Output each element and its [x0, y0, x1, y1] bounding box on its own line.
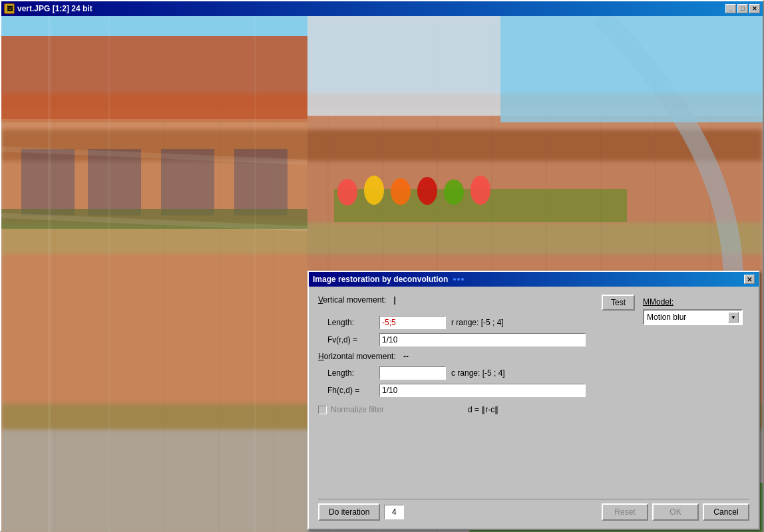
model-value: Motion blur — [647, 313, 686, 322]
minimize-button[interactable]: _ — [725, 4, 736, 13]
svg-point-15 — [391, 178, 411, 205]
fh-input[interactable] — [379, 384, 586, 397]
dialog-close-button[interactable]: ✕ — [744, 275, 755, 284]
ok-button[interactable]: OK — [652, 503, 699, 521]
normalize-label: Normalize filter — [331, 405, 384, 414]
do-iteration-button[interactable]: Do iteration — [318, 503, 380, 521]
fh-label: Fh(c,d) = — [327, 386, 374, 395]
h-length-label: Length: — [327, 368, 374, 378]
svg-rect-20 — [108, 16, 110, 532]
model-label: MModel: — [643, 297, 749, 307]
dialog-left-panel: Vertical movement: | Test Length: r rang… — [318, 295, 635, 493]
close-button[interactable]: ✕ — [749, 4, 760, 13]
fh-row: Fh(c,d) = — [327, 384, 635, 397]
title-bar-buttons: _ □ ✕ — [725, 4, 760, 13]
vertical-section-label: ertical movement: — [323, 295, 386, 305]
test-button[interactable]: Test — [602, 295, 635, 311]
cancel-button[interactable]: Cancel — [703, 503, 749, 521]
dialog-title-bar: Image restoration by deconvolution ✕ — [309, 272, 759, 287]
h-length-input[interactable] — [379, 366, 446, 380]
reset-button[interactable]: Reset — [602, 503, 648, 521]
app-icon: 🖼 — [4, 3, 15, 14]
svg-point-13 — [337, 179, 357, 205]
dialog-bottom-bar: Do iteration Reset OK Cancel — [318, 499, 749, 521]
fv-row: Fv(r,d) = — [327, 333, 635, 346]
svg-point-17 — [444, 180, 464, 205]
horizontal-section-label: orizontal movement: — [324, 352, 396, 361]
normalize-row: Normalize filter d = ‖r-c‖ — [318, 405, 635, 414]
dialog-content: Vertical movement: | Test Length: r rang… — [309, 287, 759, 529]
svg-point-18 — [471, 176, 490, 205]
horizontal-movement-header: Horizontal movement: -- — [318, 352, 635, 361]
svg-rect-23 — [500, 16, 763, 122]
length-row: Length: r range: [-5 ; 4] — [327, 316, 635, 329]
dialog-main-area: Vertical movement: | Test Length: r rang… — [318, 295, 749, 493]
dialog-title-dots — [453, 278, 464, 281]
dropdown-arrow-icon: ▼ — [728, 312, 739, 323]
iteration-input[interactable] — [384, 505, 404, 519]
length-input[interactable] — [379, 316, 446, 329]
normalize-checkbox[interactable] — [318, 406, 327, 414]
window-title: vert.JPG [1:2] 24 bit — [17, 4, 93, 13]
dialog-title: Image restoration by deconvolution — [313, 275, 448, 284]
svg-rect-19 — [48, 16, 51, 532]
dialog-right-panel: MModel: Motion blur ▼ — [643, 295, 749, 493]
horizontal-indicator: -- — [403, 352, 409, 361]
svg-rect-21 — [254, 16, 256, 532]
dialog: Image restoration by deconvolution ✕ — [307, 271, 760, 530]
title-bar-left: 🖼 vert.JPG [1:2] 24 bit — [4, 3, 93, 14]
fv-label: Fv(r,d) = — [327, 335, 374, 344]
h-range-text: c range: [-5 ; 4] — [451, 368, 505, 378]
maximize-button[interactable]: □ — [737, 4, 748, 13]
main-window: 🖼 vert.JPG [1:2] 24 bit _ □ ✕ — [0, 0, 764, 532]
svg-rect-6 — [88, 149, 141, 215]
svg-point-16 — [417, 177, 437, 205]
svg-rect-1 — [1, 36, 307, 122]
length-label: Length: — [327, 318, 374, 327]
model-dropdown[interactable]: Motion blur ▼ — [643, 309, 743, 325]
d-formula: d = ‖r-c‖ — [468, 405, 498, 414]
svg-point-14 — [364, 176, 384, 205]
fv-input[interactable] — [379, 333, 586, 346]
image-area: Image restoration by deconvolution ✕ — [1, 16, 763, 532]
model-label-text: Model: — [650, 297, 673, 307]
v-range-text: r range: [-5 ; 4] — [451, 318, 504, 327]
h-length-row: Length: c range: [-5 ; 4] — [327, 366, 635, 380]
title-bar: 🖼 vert.JPG [1:2] 24 bit _ □ ✕ — [1, 1, 763, 16]
vertical-indicator: | — [393, 295, 395, 305]
vertical-movement-header: Vertical movement: | — [318, 295, 396, 305]
